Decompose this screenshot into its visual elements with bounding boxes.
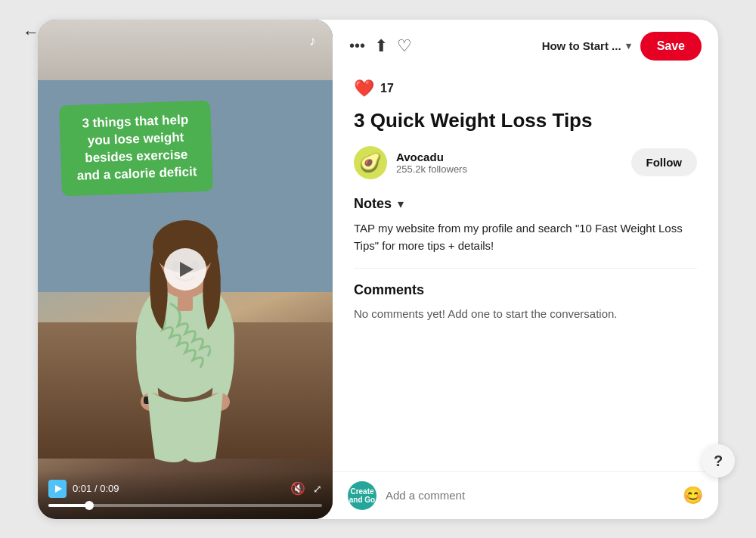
- notes-chevron-icon: ▾: [398, 197, 404, 211]
- follow-button[interactable]: Follow: [631, 148, 698, 176]
- author-avatar[interactable]: 🥑: [354, 146, 387, 179]
- upload-icon[interactable]: ⬆: [374, 36, 388, 56]
- notes-text: TAP my website from my profile and searc…: [354, 219, 697, 255]
- more-options-icon[interactable]: •••: [349, 37, 365, 54]
- divider: [354, 268, 697, 269]
- top-bar: ••• ⬆ ♡ How to Start ... ▾ Save: [333, 20, 718, 68]
- author-row: 🥑 Avocadu 255.2k followers Follow: [354, 146, 697, 179]
- mute-icon[interactable]: 🔇: [290, 481, 305, 496]
- back-button[interactable]: ←: [23, 23, 39, 42]
- play-triangle-icon: [180, 262, 194, 277]
- video-time: 0:01 / 0:09: [73, 483, 119, 494]
- progress-fill: [48, 504, 89, 507]
- likes-heart-icon: ❤️: [354, 79, 374, 98]
- comment-input-row: Create and Go 😊: [333, 471, 718, 519]
- play-small-triangle-icon: [55, 485, 62, 493]
- main-container: ← ♪ 3 things that help you lose weight b…: [0, 0, 756, 538]
- author-name[interactable]: Avocadu: [396, 151, 622, 163]
- person-illustration: [102, 201, 268, 466]
- author-info: Avocadu 255.2k followers: [396, 151, 622, 175]
- controls-row: 0:01 / 0:09 🔇 ⤢: [48, 480, 322, 498]
- comment-input[interactable]: [386, 489, 674, 502]
- save-button[interactable]: Save: [640, 32, 702, 61]
- content-area: ❤️ 17 3 Quick Weight Loss Tips 🥑 Avocadu…: [333, 68, 718, 471]
- comments-title: Comments: [354, 282, 697, 298]
- no-comments-text: No comments yet! Add one to start the co…: [354, 307, 697, 320]
- pin-card: ♪ 3 things that help you lose weight bes…: [38, 20, 718, 519]
- video-text-overlay: 3 things that help you lose weight besid…: [59, 100, 213, 196]
- like-count: 17: [380, 82, 394, 95]
- pin-title: 3 Quick Weight Loss Tips: [354, 109, 697, 132]
- comments-section: Comments No comments yet! Add one to sta…: [354, 282, 697, 320]
- play-small-button[interactable]: [48, 480, 67, 498]
- fullscreen-icon[interactable]: ⤢: [313, 483, 322, 495]
- music-note-icon: ♪: [309, 33, 316, 49]
- emoji-button[interactable]: 😊: [683, 486, 703, 505]
- notes-section: Notes ▾ TAP my website from my profile a…: [354, 196, 697, 255]
- progress-bar[interactable]: [48, 504, 322, 507]
- svg-rect-6: [178, 296, 193, 311]
- author-followers: 255.2k followers: [396, 163, 622, 175]
- commenter-avatar-text: Create and Go: [349, 487, 375, 504]
- notes-label: Notes: [354, 196, 392, 212]
- play-button[interactable]: [164, 248, 206, 291]
- video-controls: 0:01 / 0:09 🔇 ⤢: [38, 471, 333, 519]
- board-name: How to Start ...: [542, 39, 621, 52]
- like-row: ❤️ 17: [354, 79, 697, 98]
- board-chevron-icon: ▾: [626, 40, 631, 51]
- video-panel: ♪ 3 things that help you lose weight bes…: [38, 20, 333, 519]
- notes-header[interactable]: Notes ▾: [354, 196, 697, 212]
- controls-right: 🔇 ⤢: [290, 481, 322, 496]
- commenter-avatar: Create and Go: [348, 481, 376, 510]
- heart-icon[interactable]: ♡: [397, 36, 412, 56]
- info-panel: ••• ⬆ ♡ How to Start ... ▾ Save ❤️ 17 3 …: [333, 20, 718, 519]
- progress-dot: [85, 501, 94, 510]
- video-ceiling: [38, 20, 333, 80]
- board-selector[interactable]: How to Start ... ▾: [542, 39, 631, 52]
